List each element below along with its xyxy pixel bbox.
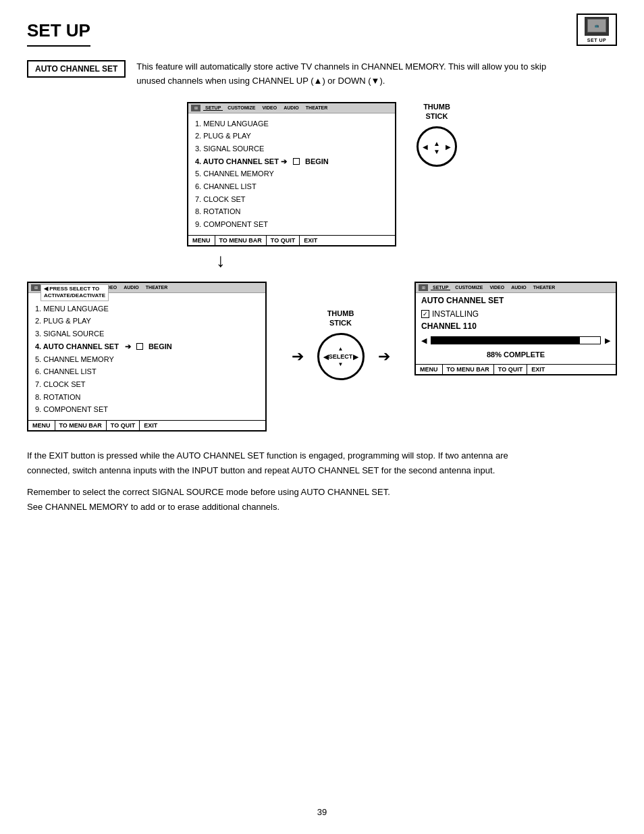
bottom-left-menu-content: 1. MENU LANGUAGE 2. PLUG & PLAY 3. SIGNA…: [28, 293, 265, 420]
page-number: 39: [0, 807, 644, 817]
page-title: SET UP: [27, 20, 90, 47]
bl-footer-menu: MENU: [28, 421, 55, 430]
description-text: This feature will automatically store ac…: [136, 60, 617, 88]
setup-icon-label: SET UP: [587, 38, 606, 43]
tab-theater: THEATER: [304, 105, 330, 110]
menu-item-2: 2. PLUG & PLAY: [195, 130, 388, 142]
bl-begin-label: BEGIN: [149, 340, 172, 353]
down-arrow: ↓: [216, 250, 225, 271]
progress-bar-outer: [431, 336, 601, 344]
installing-status-row: ✓ INSTALLING: [416, 307, 616, 321]
tv-icon-symbol: ⊞: [191, 105, 200, 111]
right-arrow: ➔: [378, 348, 390, 365]
r-footer-menu: MENU: [416, 365, 443, 374]
top-diagram: ⊞ SETUP CUSTOMIZE VIDEO AUDIO THEATER 1.…: [27, 102, 617, 246]
press-select-text: PRESS SELECT TOACTIVATE/DEACTIVATE: [44, 286, 105, 298]
tv-icon-symbol-left: ⊞: [31, 284, 41, 291]
tab-video: VIDEO: [260, 105, 279, 110]
desc-line2: unused channels when using CHANNEL UP (▲…: [136, 76, 385, 86]
footer-menu: MENU: [188, 236, 215, 245]
bl-tab-audio: AUDIO: [122, 285, 141, 290]
tab-customize: CUSTOMIZE: [225, 105, 257, 110]
progress-bar-fill: [431, 337, 580, 344]
right-installing-screen: ⊞ SETUP CUSTOMIZE VIDEO AUDIO THEATER AU…: [414, 282, 617, 375]
bl-footer-to-menu-bar: TO MENU BAR: [55, 421, 107, 430]
tv-icon-symbol-right: ⊞: [419, 284, 428, 291]
r-tab-theater: THEATER: [531, 285, 558, 290]
r-tab-audio: AUDIO: [509, 285, 529, 290]
auto-channel-set-label: AUTO CHANNEL SET: [27, 60, 126, 78]
select-arrows-row: ➔ ▲ SELECT ▼ ➔: [292, 333, 390, 380]
bl-menu-item-6: 6. CHANNEL LIST: [35, 365, 259, 378]
check-icon: ✓: [421, 310, 429, 318]
tab-setup: SETUP: [203, 105, 223, 111]
bl-menu-item-5: 5. CHANNEL MEMORY: [35, 353, 259, 366]
r-footer-to-menu-bar: TO MENU BAR: [443, 365, 494, 374]
tv-shape: 📺: [585, 17, 609, 36]
bl-menu-item-7: 7. CLOCK SET: [35, 378, 259, 391]
top-thumb-stick[interactable]: [417, 126, 457, 167]
top-tv-header: ⊞ SETUP CUSTOMIZE VIDEO AUDIO THEATER: [188, 103, 395, 113]
progress-left-arrow: ◀: [421, 336, 427, 345]
footer-to-quit: TO QUIT: [267, 236, 300, 245]
top-thumb-stick-label: THUMBSTICK: [423, 102, 450, 122]
up-arrow-inner: ▲: [338, 346, 344, 352]
r-tab-setup: SETUP: [431, 285, 450, 290]
installing-text: INSTALLING: [432, 309, 479, 319]
top-menu-content: 1. MENU LANGUAGE 2. PLUG & PLAY 3. SIGNA…: [188, 113, 395, 235]
menu-item-4: 4. AUTO CHANNEL SET ➔ BEGIN: [195, 155, 388, 168]
tab-audio: AUDIO: [281, 105, 301, 110]
select-circle[interactable]: ▲ SELECT ▼: [317, 333, 365, 380]
setup-icon-inner: 📺: [595, 24, 599, 28]
complete-text: 88% COMPLETE: [416, 348, 616, 364]
select-text: SELECT: [329, 353, 353, 360]
bl-begin-box: ➔ BEGIN: [125, 340, 172, 353]
down-arrow-inner: ▼: [338, 361, 344, 367]
bl-menu-item-9: 9. COMPONENT SET: [35, 403, 259, 416]
top-thumb-stick-container: THUMBSTICK: [417, 102, 457, 246]
top-tv-screen: ⊞ SETUP CUSTOMIZE VIDEO AUDIO THEATER 1.…: [187, 102, 396, 246]
bl-begin-checkbox: [136, 343, 143, 350]
right-tv-footer: MENU TO MENU BAR TO QUIT EXIT: [416, 364, 616, 374]
progress-bar-row: ◀ ▶: [416, 334, 616, 348]
bottom-diagram: ◀ PRESS SELECT TOACTIVATE/DEACTIVATE ⊞ S…: [27, 282, 617, 432]
r-tab-video: VIDEO: [487, 285, 506, 290]
bottom-line5: See CHANNEL MEMORY to add or to erase ad…: [27, 502, 279, 512]
bl-footer-to-quit: TO QUIT: [107, 421, 140, 430]
bottom-text-p2: Remember to select the correct SIGNAL SO…: [27, 485, 617, 515]
menu-item-1: 1. MENU LANGUAGE: [195, 118, 388, 130]
bottom-left-tv-footer: MENU TO MENU BAR TO QUIT EXIT: [28, 420, 265, 430]
footer-exit: EXIT: [300, 236, 321, 245]
r-tab-customize: CUSTOMIZE: [453, 285, 485, 290]
bottom-line2: connected, switch antenna inputs with th…: [27, 465, 495, 475]
begin-label: BEGIN: [305, 155, 329, 168]
left-arrow: ➔: [292, 348, 304, 365]
bottom-line4: Remember to select the correct SIGNAL SO…: [27, 487, 390, 497]
r-footer-to-quit: TO QUIT: [494, 365, 527, 374]
channel-number: CHANNEL 110: [416, 321, 616, 334]
bottom-center-section: THUMBSTICK ➔ ▲ SELECT ▼ ➔: [292, 282, 390, 381]
thumb-stick-inner: [433, 138, 440, 155]
bl-menu-item-2: 2. PLUG & PLAY: [35, 315, 259, 328]
right-tv-header: ⊞ SETUP CUSTOMIZE VIDEO AUDIO THEATER: [416, 283, 616, 293]
thumb-down: [433, 148, 440, 155]
menu-item-5: 5. CHANNEL MEMORY: [195, 167, 388, 180]
thumb-up: [433, 138, 440, 148]
bl-menu-item-8: 8. ROTATION: [35, 391, 259, 404]
bottom-left-section: ◀ PRESS SELECT TOACTIVATE/DEACTIVATE ⊞ S…: [27, 282, 267, 432]
bl-menu-item-3: 3. SIGNAL SOURCE: [35, 328, 259, 340]
bl-tab-theater: THEATER: [144, 285, 170, 290]
menu-item-7: 7. CLOCK SET: [195, 193, 388, 206]
setup-top-icon: 📺 SET UP: [576, 14, 617, 46]
auto-channel-set-title: AUTO CHANNEL SET: [416, 293, 616, 307]
press-select-overlay: ◀ PRESS SELECT TOACTIVATE/DEACTIVATE: [41, 284, 109, 301]
begin-checkbox: [293, 158, 300, 165]
menu-item-9: 9. COMPONENT SET: [195, 218, 388, 231]
progress-right-arrow: ▶: [605, 336, 610, 345]
desc-line1: This feature will automatically store ac…: [136, 61, 546, 72]
menu-item-3: 3. SIGNAL SOURCE: [195, 142, 388, 155]
begin-box: BEGIN: [293, 155, 329, 168]
select-inner: ▲ SELECT ▼: [329, 346, 353, 367]
arrow-down-section: ↓: [0, 246, 617, 275]
menu-item-8: 8. ROTATION: [195, 205, 388, 218]
